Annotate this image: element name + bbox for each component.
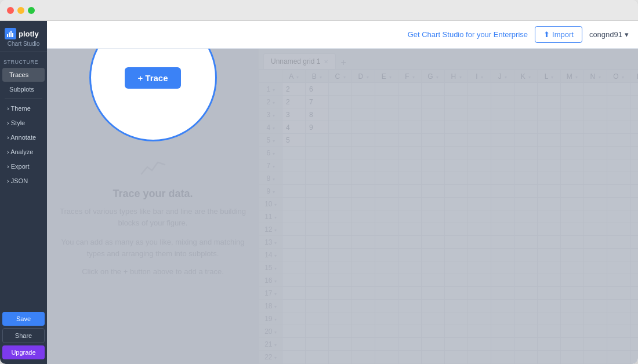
spreadsheet-cell[interactable] [375,223,398,236]
spreadsheet-cell[interactable] [630,287,639,300]
spreadsheet-cell[interactable] [422,159,445,172]
spreadsheet-cell[interactable] [445,325,468,338]
spreadsheet-cell[interactable] [584,274,607,287]
spreadsheet-cell[interactable] [584,223,607,236]
spreadsheet-cell[interactable] [538,159,561,172]
spreadsheet-cell[interactable] [329,236,352,249]
spreadsheet-cell[interactable] [398,134,422,147]
spreadsheet-cell[interactable] [306,223,329,236]
spreadsheet-cell[interactable] [329,198,352,210]
spreadsheet-cell[interactable] [398,108,422,121]
spreadsheet[interactable]: A ▾ B ▾ C ▾ D ▾ E ▾ F ▾ G ▾ H ▾ I ▾ J [259,70,638,364]
spreadsheet-cell[interactable] [422,338,445,351]
spreadsheet-cell[interactable] [538,134,561,147]
user-menu[interactable]: congnd91 ▾ [589,30,629,39]
spreadsheet-cell[interactable] [352,287,375,300]
spreadsheet-cell[interactable] [468,236,491,249]
spreadsheet-cell[interactable] [398,338,422,351]
spreadsheet-cell[interactable] [445,300,468,312]
spreadsheet-cell[interactable] [607,96,630,108]
spreadsheet-cell[interactable] [398,172,422,185]
spreadsheet-cell[interactable] [375,312,398,325]
spreadsheet-cell[interactable]: 6 [306,83,329,96]
spreadsheet-cell[interactable] [306,351,329,363]
spreadsheet-cell[interactable] [607,83,630,96]
spreadsheet-cell[interactable] [422,172,445,185]
spreadsheet-cell[interactable] [445,83,468,96]
spreadsheet-cell[interactable] [538,223,561,236]
spreadsheet-cell[interactable] [375,287,398,300]
spreadsheet-cell[interactable] [398,287,422,300]
spreadsheet-cell[interactable]: 2 [282,96,306,108]
spreadsheet-cell[interactable] [630,159,639,172]
spreadsheet-cell[interactable] [538,198,561,210]
spreadsheet-cell[interactable] [561,261,584,274]
spreadsheet-cell[interactable] [584,351,607,363]
spreadsheet-cell[interactable] [630,147,639,159]
spreadsheet-cell[interactable] [630,338,639,351]
spreadsheet-cell[interactable] [538,274,561,287]
spreadsheet-cell[interactable] [630,249,639,261]
spreadsheet-cell[interactable] [398,223,422,236]
import-button[interactable]: ⬆ Import [535,26,582,43]
spreadsheet-cell[interactable] [306,210,329,223]
spreadsheet-cell[interactable] [329,325,352,338]
spreadsheet-cell[interactable] [352,147,375,159]
spreadsheet-cell[interactable] [306,338,329,351]
spreadsheet-cell[interactable] [607,198,630,210]
sidebar-item-theme[interactable]: › Theme [2,101,45,115]
spreadsheet-cell[interactable] [468,261,491,274]
spreadsheet-cell[interactable] [445,351,468,363]
spreadsheet-cell[interactable] [282,147,306,159]
spreadsheet-cell[interactable] [375,325,398,338]
spreadsheet-cell[interactable] [375,249,398,261]
spreadsheet-cell[interactable] [491,351,514,363]
spreadsheet-cell[interactable] [514,172,538,185]
spreadsheet-cell[interactable] [352,121,375,134]
spreadsheet-cell[interactable] [306,274,329,287]
spreadsheet-cell[interactable] [329,338,352,351]
spreadsheet-cell[interactable] [584,325,607,338]
spreadsheet-cell[interactable] [561,274,584,287]
spreadsheet-cell[interactable] [491,172,514,185]
spreadsheet-cell[interactable] [514,96,538,108]
spreadsheet-cell[interactable] [329,134,352,147]
spreadsheet-cell[interactable] [375,210,398,223]
spreadsheet-cell[interactable] [306,159,329,172]
spreadsheet-cell[interactable] [422,134,445,147]
spreadsheet-cell[interactable] [538,287,561,300]
grid-tab-unnamed[interactable]: Unnamed grid 1 ✕ [263,53,336,69]
spreadsheet-cell[interactable] [584,172,607,185]
spreadsheet-cell[interactable] [514,274,538,287]
spreadsheet-cell[interactable] [422,96,445,108]
col-header-J[interactable]: J ▾ [491,70,514,83]
spreadsheet-cell[interactable] [561,236,584,249]
spreadsheet-cell[interactable] [584,210,607,223]
spreadsheet-cell[interactable]: 9 [306,121,329,134]
spreadsheet-cell[interactable] [561,172,584,185]
sidebar-item-traces[interactable]: Traces [2,68,45,82]
spreadsheet-cell[interactable] [282,287,306,300]
spreadsheet-cell[interactable] [352,159,375,172]
spreadsheet-cell[interactable] [329,249,352,261]
spreadsheet-cell[interactable] [561,185,584,198]
spreadsheet-cell[interactable] [491,121,514,134]
sidebar-item-annotate[interactable]: › Annotate [2,130,45,144]
spreadsheet-cell[interactable] [468,172,491,185]
spreadsheet-cell[interactable] [329,121,352,134]
spreadsheet-cell[interactable] [398,236,422,249]
spreadsheet-cell[interactable]: 5 [282,134,306,147]
spreadsheet-cell[interactable]: 2 [282,83,306,96]
spreadsheet-cell[interactable] [561,83,584,96]
spreadsheet-cell[interactable] [398,185,422,198]
spreadsheet-cell[interactable] [468,325,491,338]
spreadsheet-cell[interactable] [584,159,607,172]
spreadsheet-cell[interactable] [538,338,561,351]
spreadsheet-cell[interactable] [352,249,375,261]
spreadsheet-cell[interactable] [630,351,639,363]
spreadsheet-cell[interactable] [538,121,561,134]
spreadsheet-cell[interactable] [375,83,398,96]
spreadsheet-cell[interactable] [282,223,306,236]
spreadsheet-cell[interactable] [584,287,607,300]
spreadsheet-cell[interactable] [282,300,306,312]
